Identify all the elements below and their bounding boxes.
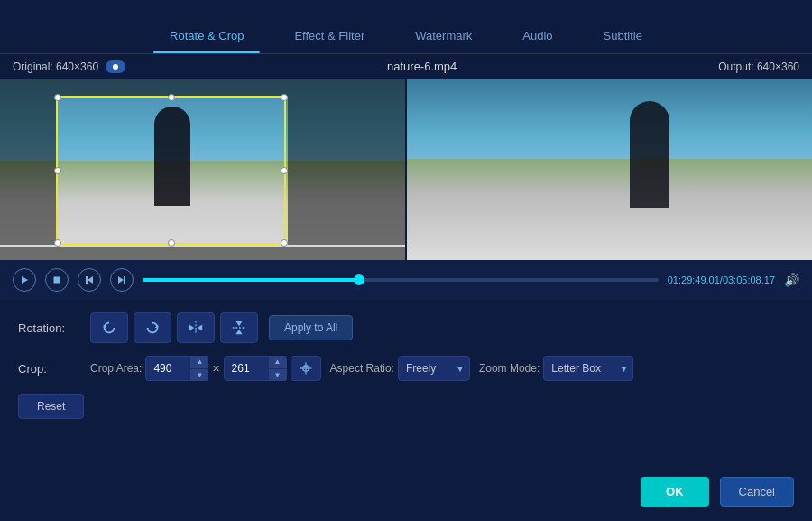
tab-audio[interactable]: Audio [497,22,577,53]
video-frame-right [407,79,812,260]
crop-area-group: Crop Area: ▲ ▼ × ▲ ▼ [90,356,321,381]
crop-row: Crop: Crop Area: ▲ ▼ × ▲ ▼ [18,356,794,381]
stop-button[interactable] [45,268,69,292]
crop-handle-tm[interactable] [168,94,175,101]
aspect-ratio-select[interactable]: Freely 16:9 4:3 1:1 9:16 [398,356,470,381]
crop-handle-br[interactable] [281,239,288,247]
flip-vertical-button[interactable] [220,312,258,343]
rotate-right-button[interactable] [134,312,171,343]
crop-handle-tl[interactable] [54,94,61,101]
svg-marker-5 [118,276,124,284]
crop-label: Crop: [18,362,90,376]
zoom-mode-select-wrap: Letter Box Pan & Scan Full ▼ [543,356,633,381]
ok-button[interactable]: OK [641,477,709,507]
crop-width-input-wrap: ▲ ▼ [145,356,208,381]
seek-bar[interactable] [143,278,659,282]
tab-bar: Rotate & Crop Effect & Filter Watermark … [0,0,812,54]
video-preview-left [0,79,407,260]
aspect-ratio-group: Aspect Ratio: Freely 16:9 4:3 1:1 9:16 ▼ [330,356,470,381]
svg-rect-2 [86,276,88,284]
crop-handle-bl[interactable] [54,239,61,247]
crop-area-label: Crop Area: [90,362,142,375]
crop-overlay-bottom [0,247,405,260]
bottom-buttons: OK Cancel [641,477,794,507]
volume-icon[interactable]: 🔊 [784,273,799,287]
seek-bar-thumb[interactable] [354,274,364,285]
crop-width-spinners: ▲ ▼ [190,356,208,381]
zoom-mode-select[interactable]: Letter Box Pan & Scan Full [543,356,633,381]
crop-width-up[interactable]: ▲ [190,356,208,369]
svg-marker-10 [198,324,202,330]
crop-height-input-wrap: ▲ ▼ [224,356,287,381]
seek-bar-fill [143,278,359,282]
crop-controls: Crop Area: ▲ ▼ × ▲ ▼ [90,356,633,381]
svg-marker-13 [235,330,242,334]
tab-effect-filter[interactable]: Effect & Filter [269,22,390,53]
crop-handle-mr[interactable] [281,167,288,174]
crop-handle-bm[interactable] [168,239,175,247]
zoom-mode-group: Zoom Mode: Letter Box Pan & Scan Full ▼ [479,356,633,381]
video-preview-right [407,79,812,260]
aspect-ratio-select-wrap: Freely 16:9 4:3 1:1 9:16 ▼ [398,356,470,381]
crop-width-down[interactable]: ▼ [190,369,208,382]
svg-marker-9 [189,324,194,330]
rotation-label: Rotation: [18,321,90,335]
svg-marker-12 [235,321,242,326]
next-button[interactable] [110,268,134,292]
times-separator: × [212,361,219,376]
tab-rotate-crop[interactable]: Rotate & Crop [144,22,269,53]
filename: nature-6.mp4 [387,60,457,73]
flip-horizontal-button[interactable] [177,312,215,343]
reset-button[interactable]: Reset [18,394,84,419]
prev-button[interactable] [78,268,101,292]
crop-overlay-left [0,96,56,245]
crop-handle-tr[interactable] [281,94,288,101]
svg-marker-0 [22,276,28,284]
zoom-mode-label: Zoom Mode: [479,362,540,375]
output-resolution: Output: 640×360 [718,60,799,73]
crop-height-up[interactable]: ▲ [269,356,287,369]
play-button[interactable] [13,268,36,292]
time-display: 01:29:49.01/03:05:08.17 [668,274,775,285]
svg-rect-1 [54,277,60,284]
crop-height-down[interactable]: ▼ [269,369,287,382]
svg-rect-4 [124,276,125,284]
svg-marker-3 [88,276,93,284]
video-area [0,79,812,260]
center-crop-button[interactable] [291,356,321,381]
info-bar: Original: 640×360 nature-6.mp4 Output: 6… [0,54,812,79]
rotation-row: Rotation: [18,312,794,343]
original-resolution: Original: 640×360 [13,60,98,73]
playback-bar: 01:29:49.01/03:05:08.17 🔊 [0,260,812,300]
eye-icon[interactable] [106,60,125,73]
crop-handle-ml[interactable] [54,167,61,174]
crop-box[interactable] [56,96,286,245]
crop-overlay-right [288,96,405,245]
apply-all-button[interactable]: Apply to All [269,315,353,340]
tab-subtitle[interactable]: Subtitle [578,22,668,53]
rotate-left-button[interactable] [90,312,128,343]
crop-height-spinners: ▲ ▼ [269,356,287,381]
reset-row: Reset [18,394,794,419]
tab-watermark[interactable]: Watermark [390,22,497,53]
aspect-ratio-label: Aspect Ratio: [330,362,394,375]
crop-overlay-top [0,79,405,96]
video-frame-left [0,79,405,260]
cancel-button[interactable]: Cancel [720,477,794,507]
